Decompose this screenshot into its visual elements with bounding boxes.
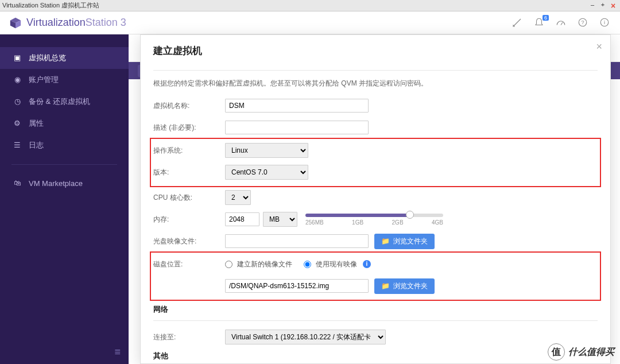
os-highlight-box: 操作系统: Linux 版本: CentOS 7.0 <box>150 138 601 187</box>
slider-knob[interactable] <box>406 211 414 219</box>
modal-title: 建立虚拟机 <box>153 44 598 57</box>
sidebar-item-label: 虚拟机总览 <box>29 53 66 63</box>
maximize-button[interactable]: + <box>598 1 607 10</box>
sidebar-item-account[interactable]: ◉ 账户管理 <box>0 69 129 91</box>
sidebar-item-log[interactable]: ☰ 日志 <box>0 134 129 156</box>
label-vm-name: 虚拟机名称: <box>153 101 225 111</box>
label-cpu: CPU 核心数: <box>153 193 225 203</box>
help-icon[interactable]: ? <box>578 17 589 29</box>
sidebar-item-label: VM Marketplace <box>29 179 83 188</box>
sidebar-item-label: 属性 <box>29 118 44 129</box>
vm-name-input[interactable] <box>225 99 369 113</box>
sidebar-item-label: 日志 <box>29 140 44 150</box>
disk-highlight-box: 磁盘位置: 建立新的镜像文件 使用现有映像 i 📁 浏览文件夹 <box>150 251 601 301</box>
sidebar-item-label: 备份 & 还原虚拟机 <box>29 96 90 107</box>
memory-slider[interactable] <box>305 214 443 217</box>
close-button[interactable]: × <box>609 1 618 10</box>
info-icon[interactable]: i <box>599 17 611 29</box>
watermark-icon: 值 <box>548 343 565 361</box>
network-select[interactable]: Virtual Switch 1 (192.168.10.222 / 实体适配卡… <box>225 330 386 344</box>
label-description: 描述 (非必要): <box>153 123 225 133</box>
iso-path-input[interactable] <box>225 234 369 248</box>
modal-description: 根据您的特定需求和偏好配置虚拟机。您甚至可以将其分配给 QVM 并指定远程访问密… <box>153 79 598 88</box>
version-select[interactable]: CentOS 7.0 <box>225 165 308 180</box>
label-os: 操作系统: <box>153 146 225 156</box>
cpu-select[interactable]: 2 <box>225 190 251 205</box>
radio-existing-image[interactable] <box>304 261 311 268</box>
folder-icon: 📁 <box>381 282 390 290</box>
label-version: 版本: <box>153 168 225 177</box>
minimize-button[interactable]: – <box>588 1 597 10</box>
watermark: 值 什么值得买 <box>548 343 614 361</box>
sidebar-item-marketplace[interactable]: 🛍 VM Marketplace <box>0 173 129 193</box>
sidebar-collapse-toggle[interactable]: ≡ <box>0 340 129 364</box>
section-other: 其他 <box>153 351 598 361</box>
memory-input[interactable] <box>225 212 259 226</box>
label-connect: 连接至: <box>153 332 225 342</box>
browse-iso-button[interactable]: 📁 浏览文件夹 <box>374 234 435 249</box>
label-iso: 光盘映像文件: <box>153 237 225 246</box>
modal-close-button[interactable]: × <box>596 41 602 53</box>
sidebar-item-settings[interactable]: ⚙ 属性 <box>0 113 129 134</box>
watermark-text: 什么值得买 <box>568 346 614 358</box>
memory-unit-select[interactable]: MB <box>263 212 297 227</box>
user-icon: ◉ <box>13 75 22 84</box>
create-vm-modal: 建立虚拟机 × 根据您的特定需求和偏好配置虚拟机。您甚至可以将其分配给 QVM … <box>140 34 611 364</box>
window-titlebar: Virtualization Station 虚拟机工作站 – + × <box>0 0 620 11</box>
app-header: VirtualizationStation 3 6 ? i <box>0 11 620 34</box>
disk-path-input[interactable] <box>225 279 369 293</box>
label-memory: 内存: <box>153 215 225 224</box>
clock-icon: ◷ <box>13 97 22 106</box>
sliders-icon: ⚙ <box>13 119 22 128</box>
bell-icon[interactable]: 6 <box>534 17 545 29</box>
svg-text:?: ? <box>581 20 584 25</box>
svg-text:i: i <box>604 20 605 25</box>
browse-disk-button[interactable]: 📁 浏览文件夹 <box>374 278 435 294</box>
bag-icon: 🛍 <box>13 179 22 188</box>
label-disk: 磁盘位置: <box>153 260 225 269</box>
folder-icon: 📁 <box>381 237 390 245</box>
document-icon: ☰ <box>13 141 22 150</box>
vm-description-input[interactable] <box>225 121 369 134</box>
broom-icon[interactable] <box>512 17 524 29</box>
sidebar-item-backup[interactable]: ◷ 备份 & 还原虚拟机 <box>0 91 129 113</box>
cube-icon <box>9 17 22 29</box>
section-network: 网络 <box>153 304 598 315</box>
app-logo: VirtualizationStation 3 <box>9 17 126 29</box>
info-icon[interactable]: i <box>363 260 371 268</box>
app-name: VirtualizationStation 3 <box>26 17 126 29</box>
radio-new-image[interactable] <box>225 261 232 268</box>
sidebar: ▣ 虚拟机总览 ◉ 账户管理 ◷ 备份 & 还原虚拟机 ⚙ 属性 ☰ 日志 🛍 … <box>0 34 129 364</box>
notification-badge: 6 <box>542 15 549 21</box>
sidebar-item-overview[interactable]: ▣ 虚拟机总览 <box>0 47 129 69</box>
sidebar-item-label: 账户管理 <box>29 75 59 85</box>
gauge-icon[interactable] <box>556 17 567 29</box>
window-title: Virtualization Station 虚拟机工作站 <box>2 1 99 10</box>
monitor-icon: ▣ <box>13 53 22 63</box>
os-select[interactable]: Linux <box>225 143 308 158</box>
